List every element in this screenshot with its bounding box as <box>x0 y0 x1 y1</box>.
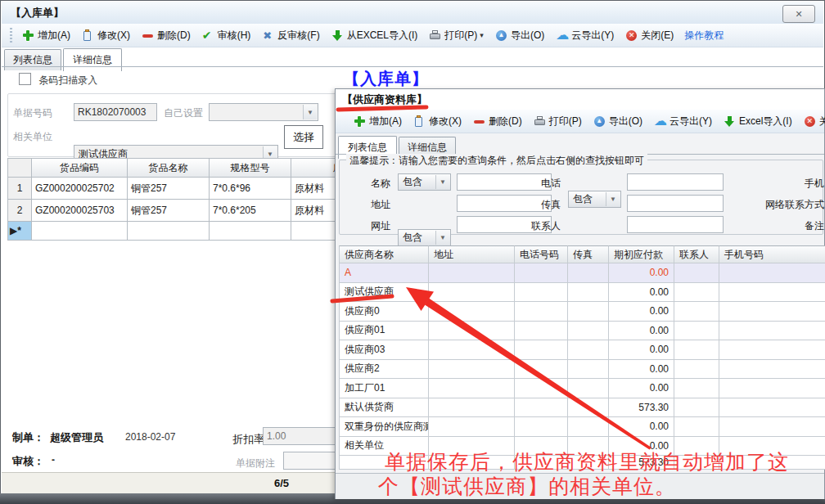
maker-date: 2018-02-07 <box>125 431 175 443</box>
col-payable[interactable]: 期初应付款 <box>609 245 674 263</box>
supplier-row[interactable]: 供应商2 0.00 <box>339 360 825 380</box>
supplier-fax <box>568 322 609 341</box>
audit-button[interactable]: 审核(H) <box>196 27 257 44</box>
export-button-label: 导出(O) <box>511 29 544 43</box>
supplier-contact <box>674 322 719 341</box>
supplier-row[interactable]: 相关单位 0.00 <box>339 437 825 457</box>
dlg-export-button[interactable]: 导出(O) <box>588 113 648 130</box>
supplier-name: A <box>339 263 429 283</box>
excel-import-icon <box>724 115 736 128</box>
tab-detail-info[interactable]: 详细信息 <box>63 48 122 71</box>
col-mobile[interactable]: 手机号码 <box>719 245 825 263</box>
supplier-mobile <box>719 398 825 418</box>
supplier-payable: 0.00 <box>609 437 674 457</box>
search-name-operator[interactable]: 包含▼ <box>398 173 451 191</box>
window-title: 【入库单】 <box>11 6 64 20</box>
supplier-payable: 0.00 <box>609 302 674 322</box>
window-close-button[interactable]: ✕ <box>782 5 815 23</box>
supplier-address <box>429 302 515 322</box>
chevron-down-icon: ▼ <box>303 105 317 119</box>
col-header-code[interactable]: 货品编码 <box>32 158 128 178</box>
dlg-print-button[interactable]: 打印(P) <box>528 113 588 130</box>
dlg-add-button[interactable]: 增加(A) <box>348 113 408 130</box>
supplier-row[interactable]: 供应商03 0.00 <box>339 340 825 360</box>
total-empty <box>515 456 568 470</box>
print-button[interactable]: 打印(P)▾ <box>423 27 489 44</box>
col-phone[interactable]: 电话号码 <box>515 245 568 263</box>
select-unit-button[interactable]: 选择 <box>284 125 323 149</box>
supplier-name: 默认供货商 <box>339 398 429 418</box>
supplier-contact <box>674 379 719 398</box>
search-phone-operator[interactable]: 包含▼ <box>568 191 621 208</box>
supplier-phone <box>515 360 568 380</box>
empty-cell <box>128 222 210 241</box>
operator-value: 包含 <box>403 231 422 245</box>
supplier-row[interactable]: 供应商0 0.00 <box>339 302 825 322</box>
supplier-mobile <box>719 283 825 303</box>
dlg-delete-button[interactable]: 删除(D) <box>467 113 528 130</box>
supplier-row[interactable]: 默认供货商 573.30 <box>339 398 825 418</box>
export-button[interactable]: 导出(O) <box>489 27 550 44</box>
dialog-titlebar: 【供应商资料库】 <box>336 89 824 110</box>
delete-button-label: 删除(D) <box>157 29 191 43</box>
dlg-modify-button[interactable]: 修改(X) <box>408 113 467 130</box>
supplier-phone <box>515 437 568 457</box>
tab-list-info[interactable]: 列表信息 <box>4 49 61 70</box>
supplier-row[interactable]: 测试供应商 0.00 <box>339 283 825 303</box>
col-supplier-name[interactable]: 供应商名称 <box>339 245 429 263</box>
modify-button[interactable]: 修改(X) <box>76 27 136 44</box>
col-contact[interactable]: 联系人 <box>674 245 719 263</box>
export-icon <box>495 29 507 42</box>
dlg-cloud-export-button[interactable]: 云导出(Y) <box>648 113 718 130</box>
supplier-row[interactable]: 加工厂01 0.00 <box>339 379 825 398</box>
supplier-payable: 0.00 <box>609 322 674 341</box>
note-label: 单据附注 <box>236 457 275 470</box>
col-header-name[interactable]: 货品名称 <box>128 158 210 178</box>
dlg-delete-label: 删除(D) <box>489 115 522 128</box>
add-button[interactable]: 增加(A) <box>16 27 76 44</box>
search-contact-input[interactable] <box>627 216 724 233</box>
audit-icon <box>202 29 214 42</box>
search-phone-input[interactable] <box>627 173 724 191</box>
custom-set-dropdown[interactable]: ▼ <box>209 103 318 121</box>
modify-button-label: 修改(X) <box>97 29 130 43</box>
barcode-scan-checkbox[interactable] <box>19 73 31 85</box>
search-fax-input[interactable] <box>627 195 724 212</box>
delete-button[interactable]: 删除(D) <box>136 27 196 44</box>
supplier-row[interactable]: 双重身份的供应商测试 0.00 <box>339 417 825 437</box>
supplier-address <box>429 360 515 380</box>
col-header-spec[interactable]: 规格型号 <box>210 158 291 178</box>
doc-no-input[interactable] <box>74 103 157 121</box>
supplier-phone <box>515 322 568 341</box>
unaudit-button[interactable]: 反审核(F) <box>256 27 325 44</box>
total-empty <box>719 456 825 470</box>
supplier-mobile <box>719 322 825 341</box>
barcode-scan-row: 条码扫描录入 <box>19 73 97 88</box>
tutorial-link[interactable]: 操作教程 <box>679 27 728 44</box>
col-address[interactable]: 地址 <box>429 245 515 263</box>
supplier-mobile <box>719 360 825 380</box>
dlg-excel-import-button[interactable]: Excel导入(I) <box>718 113 798 130</box>
search-phone-label: 电话 <box>512 177 561 191</box>
supplier-payable: 0.00 <box>609 263 674 283</box>
dlg-close-button[interactable]: 关闭(E) <box>798 113 825 130</box>
edit-icon <box>413 115 426 128</box>
empty-cell <box>32 222 128 241</box>
supplier-row-selected[interactable]: A 0.00 <box>339 263 825 283</box>
search-address-operator[interactable]: 包含▼ <box>398 229 451 246</box>
supplier-table-header: 供应商名称 地址 电话号码 传真 期初应付款 联系人 手机号码 <box>339 245 825 263</box>
supplier-address <box>429 340 515 360</box>
search-fax-label: 传真 <box>512 198 561 212</box>
search-contact-label: 联系人 <box>512 219 561 233</box>
cloud-export-button[interactable]: 云导出(Y) <box>550 27 620 44</box>
supplier-row[interactable]: 供应商01 0.00 <box>339 322 825 341</box>
col-fax[interactable]: 传真 <box>568 245 609 263</box>
supplier-contact <box>674 437 719 457</box>
supplier-address <box>429 283 515 303</box>
delete-icon <box>473 115 485 128</box>
excel-import-button[interactable]: 从EXCEL导入(I) <box>326 27 424 44</box>
custom-set-label: 自己设置 <box>164 106 203 120</box>
supplier-contact <box>674 398 719 418</box>
close-window-button[interactable]: 关闭(E) <box>620 27 679 44</box>
total-empty <box>568 456 609 470</box>
